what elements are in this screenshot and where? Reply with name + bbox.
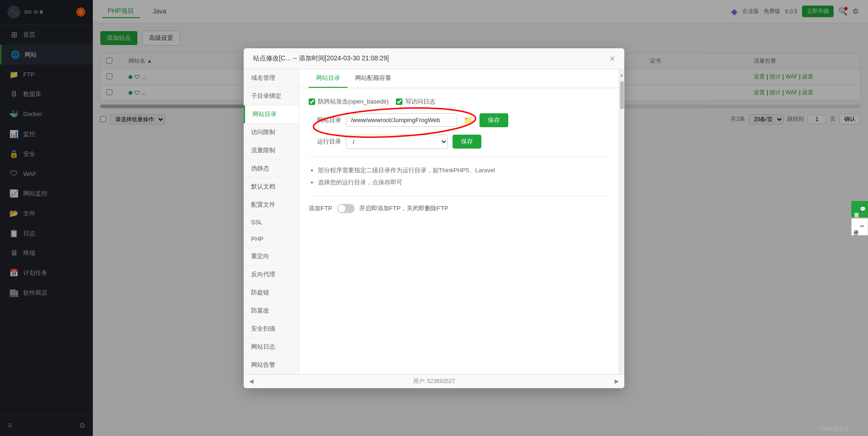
hint-list: 部分程序需要指定二级目录作为运行目录，如ThinkPHP5、Laravel 选择… xyxy=(309,164,609,189)
folder-picker-button[interactable]: 📁 xyxy=(462,114,475,126)
modal-dialog: 站点修改[C... -- 添加时间[2024-03-30 21:08:29] ×… xyxy=(244,48,624,388)
site-dir-row: 网站目录 📁 保存 xyxy=(309,113,609,127)
run-dir-row: 运行目录 / /public /web /www 保存 xyxy=(309,135,609,149)
modal-title: 站点修改[C... -- 添加时间[2024-03-30 21:08:29] xyxy=(253,54,389,63)
user-id: 用户: 523693527 xyxy=(413,377,455,385)
modal-sidebar-anti-tamper[interactable]: 防篡改 xyxy=(244,302,299,320)
save-site-dir-button[interactable]: 保存 xyxy=(479,113,508,127)
modal-content-area: 网站目录 网站配额容量 防跨站攻击(open_basedir) 写访问日志 xyxy=(299,69,619,374)
run-dir-select[interactable]: / /public /web /www xyxy=(346,135,448,149)
float-buttons: 💬 客服 ✏ 评价 xyxy=(851,201,868,235)
run-dir-label: 运行目录 xyxy=(309,137,341,146)
modal-sidebar-site-log[interactable]: 网站日志 xyxy=(244,338,299,356)
modal-sidebar-flow-limit[interactable]: 流量限制 xyxy=(244,142,299,160)
ftp-row: 添加FTP 开启即添加FTP，关闭即删除FTP xyxy=(309,204,609,213)
ftp-toggle[interactable] xyxy=(337,204,355,213)
modal-sidebar-config-file[interactable]: 配置文件 xyxy=(244,196,299,214)
divider-2 xyxy=(309,196,609,196)
scroll-up-arrow[interactable]: ▲ xyxy=(617,70,624,79)
modal-sidebar-site-alert[interactable]: 网站告警 xyxy=(244,356,299,374)
scrollbar-thumb[interactable] xyxy=(620,81,624,109)
open-basedir-label: 防跨站攻击(open_basedir) xyxy=(318,98,389,106)
modal-sidebar-default-doc[interactable]: 默认文档 xyxy=(244,178,299,196)
access-log-checkbox-label[interactable]: 写访问日志 xyxy=(396,98,435,106)
modal-sidebar: 域名管理 子目录绑定 网站目录 访问限制 流量限制 伪静态 默认文档 配置文件 … xyxy=(244,69,299,374)
modal-tab-content: 防跨站攻击(open_basedir) 写访问日志 网站目录 📁 保存 xyxy=(299,88,619,374)
float-btn-review[interactable]: ✏ 评价 xyxy=(851,218,868,235)
review-label: 评价 xyxy=(854,226,859,228)
customer-service-icon: 💬 xyxy=(860,206,866,213)
modal-sidebar-redirect[interactable]: 重定向 xyxy=(244,247,299,266)
access-log-checkbox[interactable] xyxy=(396,98,402,105)
modal-sidebar-domain[interactable]: 域名管理 xyxy=(244,69,299,87)
modal-sidebar-security-scan[interactable]: 安全扫描 xyxy=(244,320,299,338)
ftp-hint: 开启即添加FTP，关闭即删除FTP xyxy=(359,204,448,213)
save-run-dir-button[interactable]: 保存 xyxy=(453,135,481,149)
modal-tab-capacity[interactable]: 网站配额容量 xyxy=(348,69,399,88)
scroll-right-arrow[interactable]: ▶ xyxy=(615,378,619,384)
ftp-label: 添加FTP xyxy=(309,204,332,213)
csdn-watermark: CSDN @正在 xyxy=(818,425,849,432)
modal-sidebar-access-limit[interactable]: 访问限制 xyxy=(244,124,299,142)
modal-header: 站点修改[C... -- 添加时间[2024-03-30 21:08:29] × xyxy=(244,48,624,69)
modal-tab-sitedir[interactable]: 网站目录 xyxy=(309,69,348,88)
customer-service-label: 客服 xyxy=(854,208,860,210)
modal-close-button[interactable]: × xyxy=(609,54,615,63)
modal-scrollbar[interactable]: ▲ xyxy=(619,69,624,374)
divider xyxy=(309,156,609,157)
site-dir-label: 网站目录 xyxy=(309,116,341,124)
review-icon: ✏ xyxy=(860,223,865,230)
access-log-label: 写访问日志 xyxy=(405,98,435,106)
modal-tabs: 网站目录 网站配额容量 xyxy=(299,69,619,88)
modal-sidebar-hotlink[interactable]: 防盗链 xyxy=(244,284,299,302)
float-btn-customer-service[interactable]: 💬 客服 xyxy=(851,201,868,217)
modal-sidebar-php[interactable]: PHP xyxy=(244,231,299,247)
modal-sidebar-sitedir[interactable]: 网站目录 xyxy=(244,105,299,124)
modal-sidebar-ssl[interactable]: SSL xyxy=(244,214,299,231)
modal-body: 域名管理 子目录绑定 网站目录 访问限制 流量限制 伪静态 默认文档 配置文件 … xyxy=(244,69,624,374)
open-basedir-checkbox[interactable] xyxy=(309,98,315,105)
modal-sidebar-pseudo-static[interactable]: 伪静态 xyxy=(244,160,299,178)
hint-item-1: 部分程序需要指定二级目录作为运行目录，如ThinkPHP5、Laravel xyxy=(318,164,609,176)
scroll-left-arrow[interactable]: ◀ xyxy=(249,378,253,384)
modal-footer: ◀ 用户: 523693527 ▶ xyxy=(244,374,624,388)
site-dir-input[interactable] xyxy=(346,113,457,127)
modal-sidebar-subdir[interactable]: 子目录绑定 xyxy=(244,87,299,105)
modal-sidebar-reverse-proxy[interactable]: 反向代理 xyxy=(244,266,299,284)
open-basedir-checkbox-label[interactable]: 防跨站攻击(open_basedir) xyxy=(309,98,389,106)
hint-item-2: 选择您的运行目录，点保存即可 xyxy=(318,176,609,189)
checkbox-row: 防跨站攻击(open_basedir) 写访问日志 xyxy=(309,98,609,106)
